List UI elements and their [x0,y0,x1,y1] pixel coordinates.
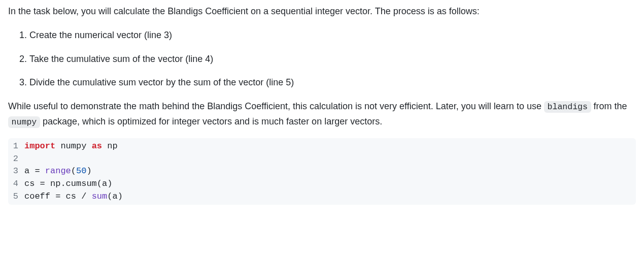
code-block: 1import numpy as np2 3a = range(50)4cs =… [8,138,636,205]
explanation-paragraph: While useful to demonstrate the math beh… [8,99,636,129]
line-number: 5 [8,190,22,203]
inline-code-blandigs: blandigs [544,101,591,113]
step-item: Divide the cumulative sum vector by the … [29,75,636,90]
code-content: import numpy as np [22,140,118,153]
code-line: 3a = range(50) [8,165,636,178]
line-number: 2 [8,153,22,166]
line-number: 4 [8,178,22,190]
code-content: coeff = cs / sum(a) [22,190,123,203]
code-content: a = range(50) [22,165,92,178]
steps-list: Create the numerical vector (line 3) Tak… [8,28,636,90]
line-number: 1 [8,140,22,153]
intro-paragraph: In the task below, you will calculate th… [8,4,636,19]
code-content: cs = np.cumsum(a) [22,178,112,190]
code-line: 1import numpy as np [8,140,636,153]
inline-code-numpy: numpy [8,116,40,128]
code-line: 4cs = np.cumsum(a) [8,178,636,190]
line-number: 3 [8,165,22,178]
step-item: Take the cumulative sum of the vector (l… [29,52,636,67]
code-content [22,153,29,166]
explanation-text: package, which is optimized for integer … [40,116,382,126]
explanation-text: from the [591,101,627,111]
explanation-text: While useful to demonstrate the math beh… [8,101,544,111]
code-line: 5coeff = cs / sum(a) [8,190,636,203]
step-item: Create the numerical vector (line 3) [29,28,636,43]
code-line: 2 [8,153,636,166]
